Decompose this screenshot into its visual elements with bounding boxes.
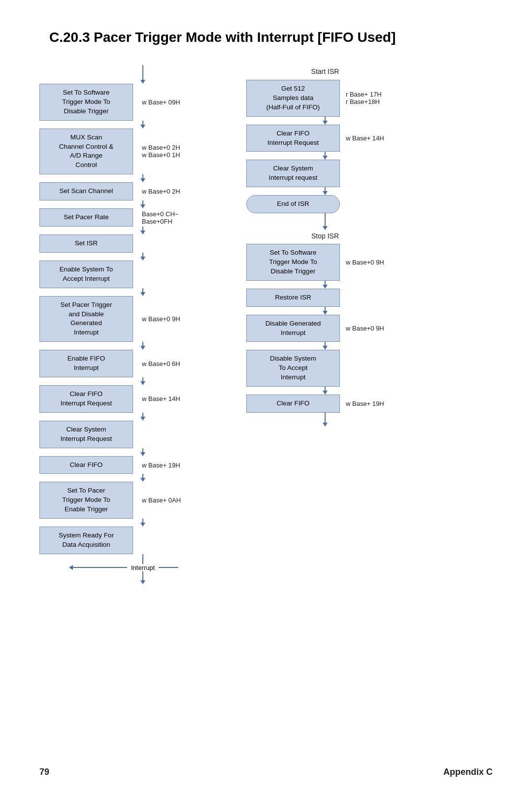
flow-row-l6: Enable System To Accept Interrupt — [39, 261, 246, 288]
page: C.20.3 Pacer Trigger Mode with Interrupt… — [0, 0, 532, 797]
ann-l7: w Base+0 9H — [142, 315, 180, 323]
flow-row-r1: Get 512 Samples data (Half-Full of FIFO)… — [246, 80, 404, 117]
flow-row-l13: System Ready For Data Acquisition — [39, 527, 246, 554]
ann-l4: Base+0 CH~ Base+0FH — [142, 210, 178, 225]
flow-row-r2: Clear FIFO Interrupt Request w Base+ 14H — [246, 125, 404, 152]
box-l2: MUX Scan Channel Control & A/D Range Con… — [39, 129, 133, 175]
ann-l8: w Base+0 6H — [142, 360, 180, 367]
flow-row-r4: End of ISR — [246, 195, 404, 213]
box-r3: Clear System Interrupt request — [246, 160, 340, 187]
flow-row-l12: Set To Pacer Trigger Mode To Enable Trig… — [39, 482, 246, 519]
ann-r1: r Base+ 17H r Base+18H — [346, 91, 382, 105]
flow-row-r9: Clear FIFO w Base+ 19H — [246, 395, 404, 413]
box-r8: Disable System To Accept Interrupt — [246, 350, 340, 387]
page-title: C.20.3 Pacer Trigger Mode with Interrupt… — [49, 30, 493, 45]
flowchart-container: Set To Software Trigger Mode To Disable … — [39, 65, 493, 584]
flow-row-l10: Clear System Interrupt Request — [39, 421, 246, 448]
box-r1: Get 512 Samples data (Half-Full of FIFO) — [246, 80, 340, 117]
ann-l11: w Base+ 19H — [142, 462, 180, 469]
box-r7: Disable Generated Interrupt — [246, 315, 340, 342]
flow-row-l8: Enable FIFO Interrupt w Base+0 6H — [39, 350, 246, 377]
ann-l3: w Base+0 2H — [142, 188, 180, 195]
flow-row-l5: Set ISR — [39, 234, 246, 253]
interrupt-row: Interrupt — [69, 564, 217, 571]
box-l13: System Ready For Data Acquisition — [39, 527, 133, 554]
ann-r7: w Base+0 9H — [346, 325, 384, 332]
ann-l9: w Base+ 14H — [142, 395, 180, 402]
flow-row-l4: Set Pacer Rate Base+0 CH~ Base+0FH — [39, 208, 246, 227]
box-l12: Set To Pacer Trigger Mode To Enable Trig… — [39, 482, 133, 519]
flow-row-r6: Restore ISR — [246, 289, 404, 307]
page-footer: 79 Appendix C — [39, 767, 493, 777]
flow-row-r5: Set To Software Trigger Mode To Disable … — [246, 244, 404, 281]
box-l8: Enable FIFO Interrupt — [39, 350, 133, 377]
box-l7: Set Pacer Trigger and Disable Generated … — [39, 296, 133, 342]
box-r2: Clear FIFO Interrupt Request — [246, 125, 340, 152]
left-column: Set To Software Trigger Mode To Disable … — [39, 65, 246, 584]
ann-r5: w Base+0 9H — [346, 259, 384, 266]
flow-row-r8: Disable System To Accept Interrupt — [246, 350, 404, 387]
flow-row-r3: Clear System Interrupt request — [246, 160, 404, 187]
ann-r2: w Base+ 14H — [346, 134, 384, 142]
flow-row-l3: Set Scan Channel w Base+0 2H — [39, 182, 246, 200]
box-l9: Clear FIFO Interrupt Request — [39, 385, 133, 413]
ann-l12: w Base+ 0AH — [142, 497, 181, 504]
interrupt-arrow-down — [142, 554, 143, 564]
flow-row-l7: Set Pacer Trigger and Disable Generated … — [39, 296, 246, 342]
box-r5: Set To Software Trigger Mode To Disable … — [246, 244, 340, 281]
flow-row-l2: MUX Scan Channel Control & A/D Range Con… — [39, 129, 246, 175]
interrupt-label: Interrupt — [131, 564, 155, 571]
flow-row-l9: Clear FIFO Interrupt Request w Base+ 14H — [39, 385, 246, 413]
box-l1: Set To Software Trigger Mode To Disable … — [39, 84, 133, 121]
flow-row-l1: Set To Software Trigger Mode To Disable … — [39, 84, 246, 121]
box-r6: Restore ISR — [246, 289, 340, 307]
stop-isr-label: Stop ISR — [311, 232, 339, 240]
page-number: 79 — [39, 767, 49, 777]
ann-l1: w Base+ 09H — [142, 99, 180, 106]
box-l6: Enable System To Accept Interrupt — [39, 261, 133, 288]
box-l5: Set ISR — [39, 234, 133, 253]
box-l11: Clear FIFO — [39, 456, 133, 474]
box-l10: Clear System Interrupt Request — [39, 421, 133, 448]
right-inner-top: Start ISR Get 512 Samples data (Half-Ful… — [276, 65, 374, 427]
entry-arrow — [140, 65, 145, 84]
box-r4: End of ISR — [246, 195, 340, 213]
box-l4: Set Pacer Rate — [39, 208, 133, 227]
box-l3: Set Scan Channel — [39, 182, 133, 200]
box-r9: Clear FIFO — [246, 395, 340, 413]
flow-row-r7: Disable Generated Interrupt w Base+0 9H — [246, 315, 404, 342]
ann-r9: w Base+ 19H — [346, 400, 384, 407]
start-isr-label: Start ISR — [311, 67, 339, 75]
ann-l2: w Base+0 2H w Base+0 1H — [142, 144, 180, 159]
appendix-label: Appendix C — [443, 767, 493, 777]
right-column: Start ISR Get 512 Samples data (Half-Ful… — [266, 65, 453, 584]
flow-row-l11: Clear FIFO w Base+ 19H — [39, 456, 246, 474]
